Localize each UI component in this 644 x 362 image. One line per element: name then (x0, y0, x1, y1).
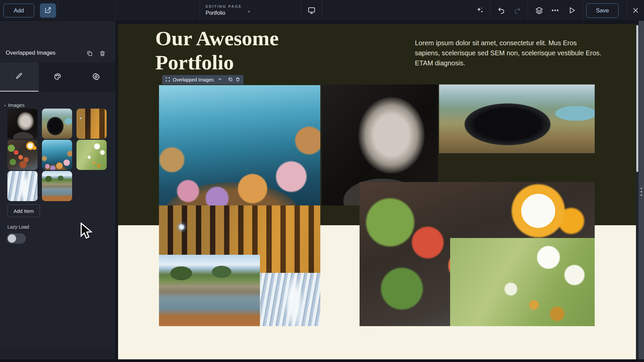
delete-block-trash-icon[interactable] (99, 50, 106, 58)
section-bullet (4, 105, 6, 106)
canvas-resize-strip (639, 21, 644, 359)
thumbnail-coral-reef[interactable] (42, 140, 72, 170)
duplicate-block-icon[interactable] (228, 77, 233, 83)
thumbnail-flowers-bees[interactable] (76, 140, 107, 170)
toolbar-divider (528, 0, 528, 21)
toggle-knob (8, 234, 16, 243)
chevron-up-icon[interactable] (218, 77, 222, 82)
selected-block-badge[interactable]: Overlapped Images (162, 75, 244, 84)
thumbnail-elephants[interactable] (42, 171, 72, 201)
toolbar-divider (627, 0, 627, 21)
tab-edit[interactable] (0, 63, 39, 92)
more-options-ellipsis-icon[interactable] (547, 0, 563, 21)
add-button[interactable]: Add (3, 4, 34, 17)
device-preview-monitor-icon[interactable] (304, 0, 319, 21)
thumbnail-old-man-portrait[interactable] (7, 109, 38, 139)
ai-sparkles-icon[interactable] (472, 0, 488, 21)
redo-icon[interactable] (509, 0, 525, 21)
editor-window: Add EDITING PAGE Portfolio (0, 0, 644, 362)
collage-image-cinema-camera[interactable] (439, 84, 595, 153)
settings-sidebar: Overlapped Images (0, 21, 115, 359)
thumbnail-cinema-camera[interactable] (42, 109, 72, 139)
pencil-icon (15, 72, 23, 81)
mouse-cursor (80, 223, 95, 241)
layers-icon[interactable] (531, 0, 547, 21)
toolbar-divider (115, 0, 116, 21)
preview-play-icon[interactable] (564, 0, 580, 21)
resize-handle-dot[interactable] (641, 188, 642, 189)
heading-line-2: Portfolio (155, 50, 343, 74)
window-bottom-edge (0, 359, 644, 362)
delete-block-trash-icon[interactable] (235, 77, 240, 83)
panel-title: Overlapped Images (6, 50, 55, 56)
collage-image-snowy-forest[interactable] (260, 273, 320, 326)
page-name[interactable]: Portfolio (206, 10, 225, 16)
toolbar-divider (322, 0, 322, 21)
panel-tabs (0, 63, 115, 92)
edit-mode-button[interactable] (40, 3, 56, 18)
page-heading[interactable]: Our Awesome Portfolio (155, 26, 343, 74)
collage-image-flowers-bees[interactable] (450, 238, 595, 326)
lazy-load-label: Lazy Load (7, 224, 29, 230)
tab-style[interactable] (39, 63, 77, 92)
page-paragraph[interactable]: Lorem ipsum dolor sit amet, consectetur … (415, 38, 603, 68)
undo-icon[interactable] (494, 0, 509, 21)
duplicate-block-icon[interactable] (87, 50, 93, 58)
collage-image-coral-reef[interactable] (159, 85, 320, 205)
toolbar-divider (490, 0, 491, 21)
page-canvas: Our Awesome Portfolio Lorem ipsum dolor … (118, 24, 636, 359)
toolbar-divider (200, 0, 200, 21)
gear-icon (92, 73, 100, 82)
save-button[interactable]: Save (586, 3, 619, 18)
add-item-button[interactable]: Add Item (7, 204, 40, 217)
toolbar-divider (58, 0, 58, 21)
images-section-label: Images (8, 102, 24, 108)
thumbnail-food-plate[interactable] (7, 140, 38, 170)
chevron-down-icon[interactable] (247, 9, 251, 15)
close-icon[interactable] (628, 0, 643, 21)
tab-settings[interactable] (77, 63, 115, 92)
top-toolbar: Add EDITING PAGE Portfolio (0, 0, 644, 21)
palette-icon (54, 73, 61, 82)
canvas-scrollbar-thumb[interactable] (636, 25, 638, 172)
collage-image-elephants[interactable] (159, 255, 260, 326)
resize-handle-dot[interactable] (641, 191, 642, 192)
lazy-load-toggle[interactable] (7, 233, 26, 244)
heading-line-1: Our Awesome (155, 26, 343, 50)
selected-block-label: Overlapped Images (173, 77, 214, 82)
toolbar-divider (583, 0, 583, 21)
move-block-icon[interactable] (165, 77, 170, 83)
editing-page-label: EDITING PAGE (206, 4, 242, 8)
thumbnail-colosseum[interactable] (76, 109, 107, 139)
resize-handle-dot[interactable] (641, 194, 642, 196)
thumbnail-snowy-forest[interactable] (7, 171, 38, 201)
edit-pencil-square-icon (44, 6, 52, 15)
toolbar-divider (301, 0, 302, 21)
